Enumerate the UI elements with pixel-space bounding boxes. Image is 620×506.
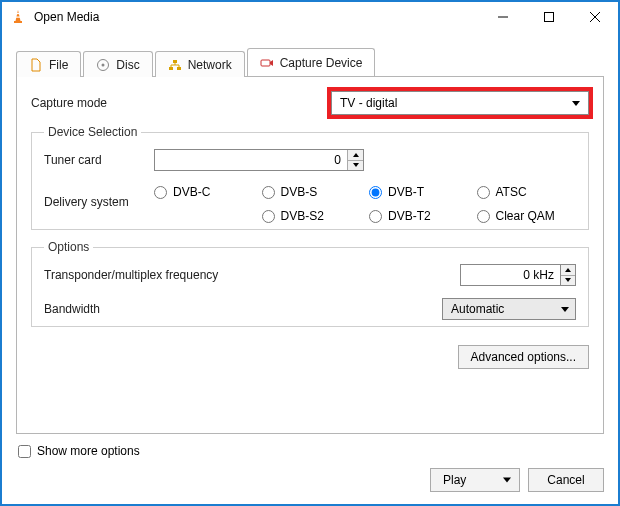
delivery-radio-group: DVB-C DVB-S DVB-T ATSC DVB-S2 DVB-T2 Cle… — [154, 185, 576, 223]
svg-rect-10 — [177, 67, 181, 70]
svg-rect-11 — [173, 60, 177, 63]
capture-mode-value: TV - digital — [340, 96, 397, 110]
capture-icon — [260, 56, 274, 70]
spinner-down-button[interactable] — [561, 276, 575, 286]
spinner-up-button[interactable] — [348, 150, 363, 161]
svg-rect-4 — [545, 13, 554, 22]
svg-rect-9 — [169, 67, 173, 70]
titlebar: Open Media — [2, 2, 618, 32]
device-selection-legend: Device Selection — [44, 125, 141, 139]
svg-rect-0 — [14, 21, 22, 23]
frequency-value: 0 kHz — [523, 268, 554, 282]
svg-rect-2 — [16, 17, 21, 18]
radio-clearqam[interactable]: Clear QAM — [477, 209, 577, 223]
tab-label: Disc — [116, 58, 139, 72]
tab-bar: File Disc Network Capture Device — [16, 46, 604, 76]
play-button[interactable]: Play — [430, 468, 520, 492]
cancel-button[interactable]: Cancel — [528, 468, 604, 492]
bandwidth-select[interactable]: Automatic — [442, 298, 576, 320]
vlc-cone-icon — [10, 9, 26, 25]
caret-up-icon — [353, 153, 359, 157]
capture-mode-label: Capture mode — [31, 96, 331, 110]
frequency-label: Transponder/multiplex frequency — [44, 268, 460, 282]
show-more-options-checkbox[interactable]: Show more options — [18, 444, 604, 458]
minimize-button[interactable] — [480, 2, 526, 32]
capture-panel: Capture mode TV - digital Device Selecti… — [16, 76, 604, 434]
options-group: Options Transponder/multiplex frequency … — [31, 240, 589, 327]
close-button[interactable] — [572, 2, 618, 32]
spinner-down-button[interactable] — [348, 161, 363, 171]
frequency-spinner[interactable]: 0 kHz — [460, 264, 576, 286]
device-selection-group: Device Selection Tuner card Delivery sys… — [31, 125, 589, 230]
svg-point-8 — [102, 63, 105, 66]
radio-dvbs[interactable]: DVB-S — [262, 185, 362, 199]
open-media-dialog: Open Media File Disc Network Capture Dev… — [0, 0, 620, 506]
svg-rect-12 — [261, 60, 270, 66]
tab-file[interactable]: File — [16, 51, 81, 77]
caret-down-icon — [353, 163, 359, 167]
chevron-down-icon — [561, 307, 569, 312]
caret-down-icon — [565, 278, 571, 282]
tuner-card-input[interactable] — [155, 150, 347, 170]
caret-up-icon — [565, 268, 571, 272]
capture-mode-select[interactable]: TV - digital — [331, 91, 589, 115]
chevron-down-icon — [572, 101, 580, 106]
tab-label: Capture Device — [280, 56, 363, 70]
radio-dvbt2[interactable]: DVB-T2 — [369, 209, 469, 223]
delivery-system-label: Delivery system — [44, 185, 154, 209]
radio-atsc[interactable]: ATSC — [477, 185, 577, 199]
bandwidth-label: Bandwidth — [44, 302, 442, 316]
bandwidth-value: Automatic — [451, 302, 504, 316]
tab-label: File — [49, 58, 68, 72]
radio-dvbc[interactable]: DVB-C — [154, 185, 254, 199]
dialog-footer: Show more options Play Cancel — [2, 434, 618, 504]
chevron-down-icon — [503, 478, 511, 483]
tuner-card-label: Tuner card — [44, 153, 154, 167]
window-title: Open Media — [34, 10, 99, 24]
radio-dvbs2[interactable]: DVB-S2 — [262, 209, 362, 223]
radio-dvbt[interactable]: DVB-T — [369, 185, 469, 199]
svg-rect-1 — [16, 13, 20, 14]
options-legend: Options — [44, 240, 93, 254]
tuner-card-spinner[interactable] — [154, 149, 364, 171]
spinner-up-button[interactable] — [561, 265, 575, 276]
tab-disc[interactable]: Disc — [83, 51, 152, 77]
file-icon — [29, 58, 43, 72]
tab-network[interactable]: Network — [155, 51, 245, 77]
tab-capture-device[interactable]: Capture Device — [247, 48, 376, 76]
maximize-button[interactable] — [526, 2, 572, 32]
disc-icon — [96, 58, 110, 72]
advanced-options-button[interactable]: Advanced options... — [458, 345, 589, 369]
network-icon — [168, 58, 182, 72]
tab-label: Network — [188, 58, 232, 72]
